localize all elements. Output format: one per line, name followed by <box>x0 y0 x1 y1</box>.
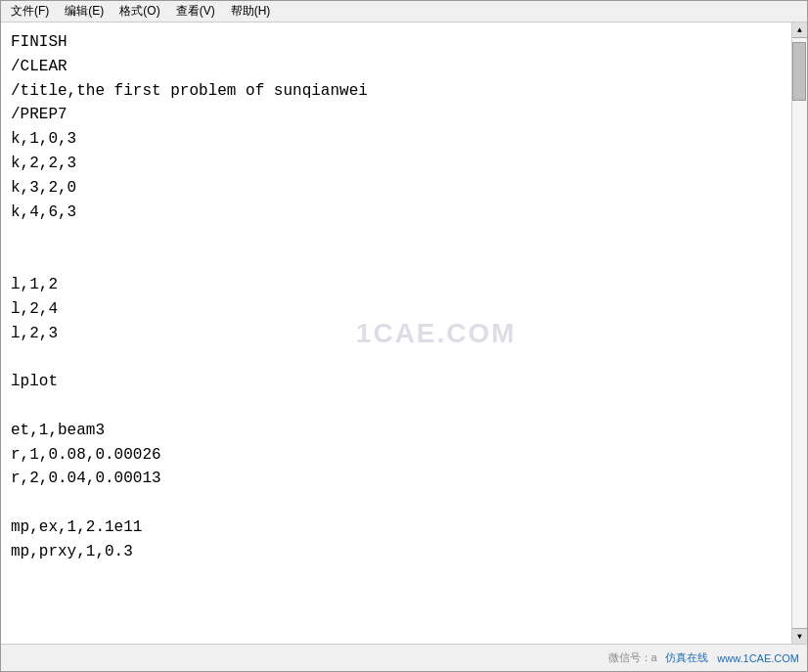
menu-help[interactable]: 帮助(H) <box>225 1 277 22</box>
scrollbar-track[interactable] <box>792 38 807 628</box>
text-editor[interactable]: FINISH /CLEAR /title,the first problem o… <box>1 22 791 644</box>
wechat-label: 微信号：a <box>608 650 657 665</box>
menu-file[interactable]: 文件(F) <box>5 1 55 22</box>
scrollbar-thumb[interactable] <box>792 42 806 101</box>
bottom-bar: 微信号：a 仿真在线 www.1CAE.COM <box>1 644 807 671</box>
scrollbar-up-button[interactable]: ▲ <box>792 22 807 38</box>
menu-view[interactable]: 查看(V) <box>170 1 221 22</box>
menu-format[interactable]: 格式(O) <box>113 1 165 22</box>
scrollbar[interactable]: ▲ ▼ <box>791 22 807 644</box>
scrollbar-down-button[interactable]: ▼ <box>792 628 807 644</box>
menu-edit[interactable]: 编辑(E) <box>59 1 110 22</box>
main-window: 文件(F) 编辑(E) 格式(O) 查看(V) 帮助(H) FINISH /CL… <box>0 0 808 672</box>
menu-bar: 文件(F) 编辑(E) 格式(O) 查看(V) 帮助(H) <box>1 1 807 22</box>
content-area: FINISH /CLEAR /title,the first problem o… <box>1 22 807 644</box>
website-label: www.1CAE.COM <box>717 652 799 664</box>
brand-label: 仿真在线 <box>665 650 708 665</box>
